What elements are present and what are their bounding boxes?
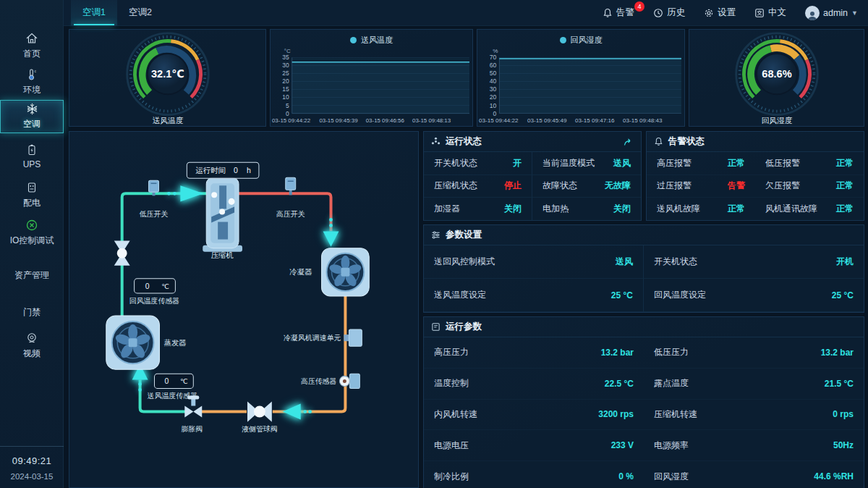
language-button[interactable]: 中文 (754, 7, 786, 19)
status-cell: 故障状态无故障 (532, 175, 641, 198)
runparam-cell: 高压压力13.2 bar (424, 337, 644, 369)
alarm-button[interactable]: 告警 4 (603, 7, 634, 19)
sidebar-item-label: 空调 (23, 118, 41, 130)
right-column: 运行状态 开关机状态开 当前温度模式送风 压缩机状态停止 故障状态无故障 加湿器… (423, 131, 864, 488)
runparam-label: 温度控制 (434, 377, 469, 390)
alarm-label: 送风机故障 (657, 203, 700, 215)
runparam-value: 3200 rps (598, 409, 634, 419)
topbar: 空调1 空调2 告警 4 历史 设置 中文 (64, 0, 868, 26)
high-pressure-switch-label: 高压开关 (276, 210, 305, 218)
sidebar-item-hvac[interactable]: 空调 (0, 100, 64, 133)
param-cell[interactable]: 送风温度设定25 °C (424, 279, 644, 312)
runparam-cell: 电源电压233 V (424, 430, 644, 461)
refrigeration-cycle-diagram: 压缩机 运行时间 0 h 低压开关 (69, 132, 418, 487)
history-button[interactable]: 历史 (653, 7, 685, 19)
sidebar-item-power[interactable]: 配电 (0, 181, 64, 209)
clock-date: 2024-03-15 (0, 472, 64, 481)
legend-label: 送风温度 (361, 35, 393, 46)
unit-tabs: 空调1 空调2 (71, 0, 163, 25)
gauge-value: 32.1℃ (151, 68, 184, 80)
param-cell[interactable]: 回风温度设定25 °C (644, 279, 864, 312)
sidebar-item-label: 门禁 (23, 306, 41, 319)
param-cell[interactable]: 开关机状态开机 (644, 245, 864, 279)
sidebar-item-video[interactable]: 视频 (0, 332, 64, 360)
tab-label: 空调2 (129, 7, 152, 19)
runparam-cell: 露点温度21.5 °C (644, 369, 864, 400)
alarm-cell: 风机通讯故障正常 (755, 198, 864, 221)
alarm-status-panel: 告警状态 高压报警正常 低压报警正常 过压报警告警 欠压报警正常 送风机故障正常… (646, 131, 864, 221)
return-air-sensor-label: 回风温度传感器 (129, 297, 180, 305)
y-tick: 20 (282, 78, 289, 85)
runparam-label: 露点温度 (654, 377, 689, 390)
sidebar-item-assets[interactable]: 资产管理 (0, 269, 64, 282)
panel-title: 运行状态 (446, 135, 482, 148)
param-settings-grid: 送回风控制模式送风 开关机状态开机 送风温度设定25 °C 回风温度设定25 °… (424, 245, 864, 312)
param-value: 25 °C (611, 290, 633, 300)
low-pressure-switch-label: 低压开关 (140, 210, 169, 218)
x-tick: 03-15 09:46:56 (366, 117, 404, 124)
tab-ac1[interactable]: 空调1 (71, 0, 117, 25)
runparam-label: 制冷比例 (434, 471, 469, 483)
y-tick: 5 (286, 102, 289, 109)
user-menu[interactable]: admin ▼ (805, 6, 858, 20)
param-value: 开机 (836, 256, 854, 268)
runparam-value: 22.5 °C (605, 379, 634, 389)
x-tick: 03-15 09:44:22 (272, 117, 310, 124)
alarm-value: 正常 (728, 157, 745, 169)
param-label: 开关机状态 (654, 256, 697, 268)
runparam-label: 压缩机转速 (654, 408, 697, 421)
run-status-panel: 运行状态 开关机状态开 当前温度模式送风 压缩机状态停止 故障状态无故障 加湿器… (423, 131, 642, 221)
tab-ac2[interactable]: 空调2 (117, 0, 163, 25)
sidebar-item-label: IO控制调试 (10, 235, 54, 247)
alarm-value: 告警 (728, 180, 745, 192)
settings-button[interactable]: 设置 (704, 7, 736, 19)
param-value: 送风 (616, 256, 633, 268)
runparam-value: 21.5 °C (825, 379, 854, 389)
param-label: 送回风控制模式 (434, 256, 495, 268)
sidebar-item-ups[interactable]: UPS (0, 143, 64, 169)
param-cell[interactable]: 送回风控制模式送风 (424, 245, 644, 279)
alarm-badge: 4 (634, 1, 644, 12)
runparam-value: 13.2 bar (601, 348, 634, 358)
liquid-ball-valve-label: 液侧管球阀 (242, 425, 278, 433)
sidebar-item-home[interactable]: 首页 (0, 32, 64, 60)
sidebar-item-label: 视频 (23, 348, 41, 360)
supply-air-sensor-value: 0 (165, 377, 169, 385)
status-label: 当前温度模式 (542, 157, 595, 169)
alarm-label: 过压报警 (657, 180, 692, 192)
export-icon[interactable] (624, 138, 634, 146)
x-tick: 03-15 09:48:13 (412, 117, 451, 124)
sidebar-item-access[interactable]: 门禁 (0, 306, 64, 319)
sidebar-item-env[interactable]: c 环境 (0, 68, 64, 96)
return-humidity-chart: % 70 60 50 40 30 20 10 0 03-15 09:44:22 … (477, 46, 684, 126)
alarm-cell: 过压报警告警 (647, 175, 755, 198)
alarm-cell: 低压报警正常 (755, 152, 864, 175)
runparam-cell: 低压压力13.2 bar (644, 337, 864, 369)
io-debug-icon (25, 219, 38, 232)
hvac-dashboard: 首页 c 环境 空调 UPS 配电 IO控制调试 资产管理 门禁 (0, 0, 868, 488)
supply-temp-chart-panel: 送风温度 °C 35 30 25 20 15 10 (270, 29, 473, 127)
return-air-sensor-box: 0 ℃ (135, 279, 176, 293)
high-pressure-sensor-component (339, 374, 359, 388)
gauge-label: 送风温度 (152, 116, 183, 125)
compressor-label: 压缩机 (210, 251, 234, 259)
runparam-cell: 制冷比例0 % (424, 461, 644, 488)
runtime-value: 0 (234, 167, 238, 174)
sidebar-item-label: 配电 (23, 197, 41, 209)
power-distribution-icon (25, 181, 38, 194)
liquid-ball-valve-component (247, 402, 272, 422)
x-tick: 03-15 09:44:22 (479, 117, 519, 124)
legend-dot (560, 37, 566, 43)
main-row: 压缩机 运行时间 0 h 低压开关 (69, 131, 864, 488)
alarm-label: 低压报警 (765, 157, 800, 169)
suction-valve-component (114, 241, 130, 266)
y-tick: 20 (490, 94, 497, 101)
sidebar-item-io-debug[interactable]: IO控制调试 (0, 219, 64, 247)
x-tick: 03-15 09:45:39 (319, 117, 357, 124)
run-params-panel: 运行参数 高压压力13.2 bar 低压压力13.2 bar 温度控制22.5 … (423, 316, 864, 488)
status-label: 故障状态 (542, 180, 577, 192)
y-axis-unit: °C (284, 48, 291, 54)
kpi-row: 32.1℃ 送风温度 送风温度 °C 35 (69, 29, 864, 127)
x-tick: 03-15 09:48:43 (623, 117, 663, 124)
panel-title: 告警状态 (668, 135, 705, 148)
